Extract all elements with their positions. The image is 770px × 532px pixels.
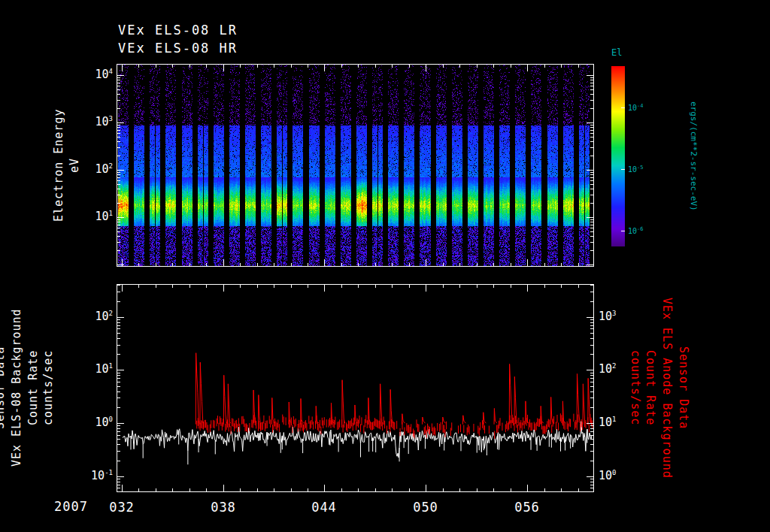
spectrogram-canvas	[117, 64, 594, 267]
spectrogram-ylabel: Electron Energy	[53, 64, 65, 267]
ts-left-ylabel-background: VEx ELS-08 Background	[11, 277, 23, 499]
ts-right-ylabel-anode-background: VEx ELS Anode Background	[660, 277, 673, 499]
spec-ytick-label: 102	[72, 162, 113, 176]
colorbar-tick-label: 10-4	[628, 103, 665, 112]
ts-left-ytick-label: 102	[72, 310, 113, 323]
colorbar-tick-label: 10-5	[628, 165, 665, 174]
ts-right-ytick-label: 100	[599, 469, 644, 482]
ts-left-ylabel-units: counts/sec	[42, 277, 55, 499]
colorbar-unit-label: ergs/(cm**2-sr-sec-eV)	[689, 64, 698, 249]
xaxis-tick-label: 038	[205, 500, 242, 515]
ts-right-ytick-label: 102	[599, 362, 644, 376]
spec-ytick-label: 104	[72, 68, 113, 81]
ts-left-ytick-label: 101	[72, 362, 113, 376]
xaxis-tick-label: 050	[407, 500, 444, 515]
plot-title-hr: VEx ELS-08 HR	[118, 41, 238, 56]
xaxis-year-label: 2007	[54, 500, 88, 514]
ts-left-ytick-label: 100	[72, 416, 113, 429]
xaxis-tick-label: 032	[103, 500, 141, 515]
plot-title-lr: VEx ELS-08 LR	[118, 23, 238, 38]
colorbar-title: El	[611, 48, 622, 58]
screenshot-root: VEx ELS-08 LR VEx ELS-08 HR Electron Ene…	[0, 0, 770, 532]
ts-right-ylabel-count-rate: Count Rate	[644, 277, 656, 499]
spec-ytick-label: 103	[72, 115, 113, 128]
ts-left-ylabel-sensor-data: Sensor Data	[0, 277, 7, 499]
spec-ytick-label: 101	[72, 210, 113, 223]
colorbar-canvas	[611, 66, 625, 246]
timeseries-canvas	[117, 284, 594, 492]
ts-right-ylabel-sensor-data: Sensor Data	[677, 277, 690, 499]
xaxis-tick-label: 056	[508, 500, 546, 515]
ts-left-ytick-label: 10-1	[72, 469, 113, 482]
ts-right-ytick-label: 101	[599, 416, 644, 429]
ts-right-ytick-label: 103	[599, 310, 644, 323]
ts-left-ylabel-count-rate: Count Rate	[27, 277, 40, 499]
colorbar-tick-label: 10-6	[628, 226, 665, 235]
xaxis-tick-label: 044	[305, 500, 343, 515]
